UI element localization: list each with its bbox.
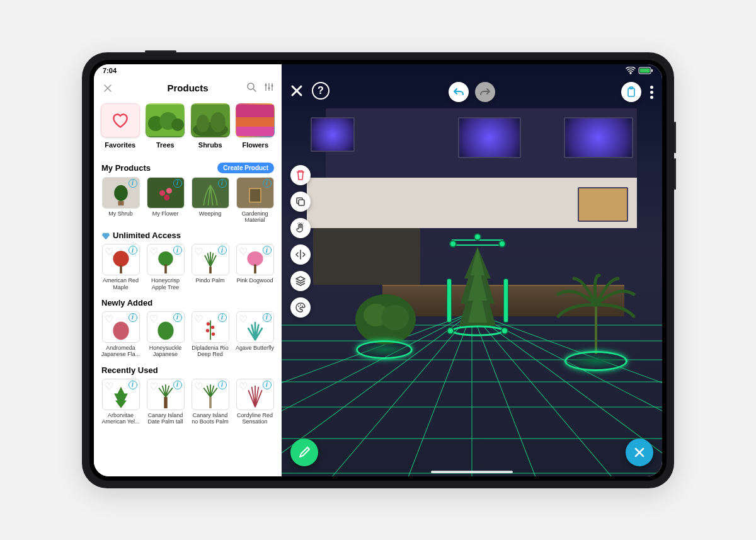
heart-outline-icon[interactable]: ♡ (105, 381, 113, 393)
flip-button[interactable] (290, 244, 311, 265)
filter-button[interactable] (264, 82, 274, 95)
svg-rect-61 (628, 88, 634, 96)
sidebar-close-button[interactable] (101, 82, 114, 95)
svg-point-65 (298, 306, 299, 307)
product-card[interactable]: ♡iHoneysuckle Japanese (145, 311, 186, 358)
selection-base[interactable] (450, 325, 505, 336)
product-card[interactable]: iMy Flower (145, 177, 186, 224)
svg-point-19 (164, 195, 169, 200)
info-icon[interactable]: i (173, 313, 182, 322)
section-recently-used: Recently Used ♡iArborvitae American Yel.… (100, 363, 275, 425)
sidebar-scroll[interactable]: My Products Create Product iMy Shrub iMy… (94, 155, 282, 476)
heart-outline-icon[interactable]: ♡ (194, 246, 203, 258)
copy-icon (295, 197, 306, 207)
card-label: Agave Butterfly (236, 345, 274, 351)
product-card[interactable]: ♡iHoneycrisp Apple Tree (145, 244, 186, 290)
diamond-icon (101, 231, 110, 240)
undo-button[interactable] (449, 82, 469, 102)
create-product-button[interactable]: Create Product (217, 163, 274, 173)
svg-point-33 (211, 332, 214, 335)
category-label: Favorites (105, 141, 135, 149)
product-card[interactable]: ♡iPink Dogwood (234, 244, 275, 290)
selection-side-handle[interactable] (503, 279, 508, 323)
card-label: Canary Island no Boots Palm (190, 412, 231, 425)
heart-outline-icon[interactable]: ♡ (239, 381, 248, 393)
product-card[interactable]: ♡iCordyline Red Sensation (234, 379, 275, 425)
info-icon[interactable]: i (173, 179, 182, 188)
layers-button[interactable] (290, 271, 311, 291)
planter-ring (564, 351, 627, 371)
info-icon[interactable]: i (129, 313, 137, 322)
product-card[interactable]: ♡iCanary Island Date Palm tall (145, 379, 186, 425)
move-button[interactable] (290, 218, 311, 238)
info-icon[interactable]: i (218, 313, 227, 322)
category-shrubs[interactable]: Shrubs (190, 103, 231, 149)
info-icon[interactable]: i (263, 381, 272, 389)
svg-rect-38 (651, 69, 653, 72)
category-flowers[interactable]: Flowers (236, 103, 276, 149)
placed-plant-conifer-selected[interactable] (453, 241, 502, 331)
heart-outline-icon[interactable]: ♡ (194, 381, 203, 393)
info-icon[interactable]: i (263, 246, 272, 255)
heart-outline-icon[interactable]: ♡ (239, 246, 248, 258)
product-card[interactable]: ♡iAgave Butterfly (234, 311, 275, 358)
heart-outline-icon[interactable]: ♡ (149, 313, 158, 325)
svg-point-60 (452, 326, 503, 335)
edit-fab[interactable] (290, 439, 318, 466)
heart-outline-icon[interactable]: ♡ (149, 381, 158, 393)
product-card[interactable]: ♡iDipladenia Rio Deep Red (190, 311, 231, 358)
product-card[interactable]: ♡iArborvitae American Yel... (100, 379, 141, 425)
product-card[interactable]: iWeeping (190, 177, 231, 224)
info-icon[interactable]: i (218, 381, 227, 389)
info-icon[interactable]: i (173, 246, 182, 255)
card-label: Dipladenia Rio Deep Red (190, 345, 231, 358)
card-label: Honeysuckle Japanese (146, 345, 186, 358)
info-icon[interactable]: i (173, 381, 182, 389)
info-icon[interactable]: i (218, 246, 227, 255)
product-card[interactable]: ♡iCanary Island no Boots Palm (190, 379, 231, 425)
product-card[interactable]: iMy Shrub (100, 177, 141, 224)
heart-outline-icon[interactable]: ♡ (105, 246, 113, 258)
clipboard-button[interactable] (621, 82, 641, 102)
product-card[interactable]: ♡iAndromeda Japanese Fla... (100, 311, 141, 358)
section-title: Recently Used (101, 365, 158, 375)
heart-outline-icon[interactable]: ♡ (194, 313, 203, 325)
card-label: American Red Maple (101, 277, 141, 290)
product-card[interactable]: iGardening Material (234, 177, 275, 224)
planter-ring (356, 340, 413, 359)
info-icon[interactable]: i (263, 313, 272, 322)
heart-outline-icon[interactable]: ♡ (239, 313, 248, 325)
product-card[interactable]: ♡iPindo Palm (190, 244, 231, 290)
info-icon[interactable]: i (129, 179, 137, 188)
svg-rect-24 (164, 265, 167, 273)
ar-canvas[interactable]: ? (282, 64, 662, 476)
info-icon[interactable]: i (263, 179, 272, 188)
appearance-button[interactable] (290, 297, 311, 318)
duplicate-button[interactable] (290, 192, 311, 212)
search-button[interactable] (246, 82, 256, 95)
info-icon[interactable]: i (129, 246, 137, 255)
dismiss-fab[interactable] (626, 439, 653, 466)
svg-rect-16 (118, 201, 123, 205)
card-label: Pink Dogwood (236, 277, 273, 284)
delete-button[interactable] (290, 165, 311, 185)
info-icon[interactable]: i (129, 381, 137, 389)
product-card[interactable]: ♡iAmerican Red Maple (100, 244, 141, 290)
info-icon[interactable]: i (218, 179, 227, 188)
heart-outline-icon[interactable]: ♡ (149, 246, 158, 258)
shrubs-thumb (192, 105, 229, 136)
svg-rect-25 (209, 267, 212, 273)
category-trees[interactable]: Trees (146, 103, 186, 149)
redo-button[interactable] (475, 82, 495, 102)
home-indicator[interactable] (431, 471, 513, 473)
category-favorites[interactable]: Favorites (100, 103, 140, 149)
help-button[interactable]: ? (312, 82, 329, 100)
more-menu-button[interactable] (648, 82, 656, 103)
heart-outline-icon[interactable]: ♡ (105, 313, 113, 325)
close-ar-button[interactable] (288, 82, 306, 100)
selection-side-handle[interactable] (447, 279, 452, 323)
svg-point-26 (247, 251, 263, 266)
placed-plant-palm[interactable] (555, 272, 637, 363)
selection-top-bar[interactable] (452, 239, 503, 246)
card-label: My Flower (152, 210, 179, 217)
